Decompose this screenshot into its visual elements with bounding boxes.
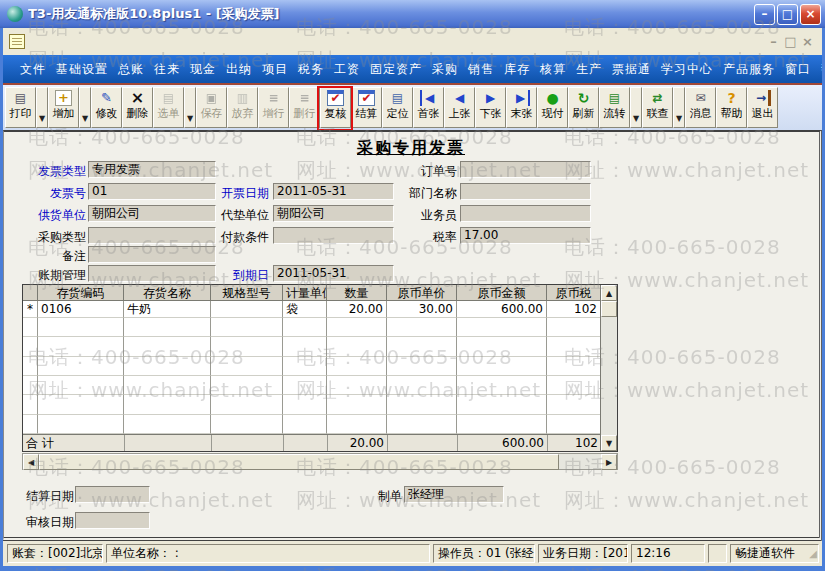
menu-item-5[interactable]: 现金 [185, 61, 221, 78]
table-row-cell[interactable]: 袋 [283, 301, 327, 318]
table-header-row-cell[interactable]: 原币金额 [457, 285, 547, 301]
purchase-type-field[interactable] [88, 227, 216, 244]
menu-item-16[interactable]: 票据通 [607, 61, 656, 78]
scroll-left-icon[interactable]: ◀ [23, 454, 39, 470]
menu-item-7[interactable]: 项目 [257, 61, 293, 78]
menu-item-8[interactable]: 税务 [293, 61, 329, 78]
table-header-row-cell[interactable] [23, 285, 38, 301]
table-row-cell[interactable]: 30.00 [387, 301, 457, 318]
scroll-right-icon[interactable]: ▶ [601, 454, 617, 470]
toolbar-button-14[interactable]: 上张 [444, 87, 475, 128]
toolbar-button-13[interactable]: 首张 [413, 87, 444, 128]
menu-item-19[interactable]: 窗口 [780, 61, 816, 78]
menu-item-12[interactable]: 销售 [463, 61, 499, 78]
table-row-cell[interactable]: 20.00 [327, 301, 387, 318]
toolbar-button-19[interactable]: 流转 [599, 87, 630, 128]
menu-item-9[interactable]: 工资 [329, 61, 365, 78]
toolbar-button-22[interactable]: 帮助 [716, 87, 747, 128]
toolbar-button-11[interactable]: 结算 [351, 87, 382, 128]
menu-item-20[interactable]: 帮助 [816, 61, 822, 78]
menu-item-1[interactable]: 文件 [15, 61, 51, 78]
dropdown-arrow-icon[interactable]: ▼ [630, 87, 642, 128]
table-row-cell[interactable]: 牛奶 [124, 301, 211, 318]
mdi-close-button[interactable]: × [799, 34, 816, 49]
table-horizontal-scrollbar[interactable]: ◀ ▶ [22, 453, 618, 470]
dropdown-arrow-icon[interactable]: ▼ [673, 87, 685, 128]
toolbar-button-2[interactable]: 增加 [48, 87, 79, 128]
menu-item-13[interactable]: 库存 [499, 61, 535, 78]
toolbar-button-15[interactable]: 下张 [475, 87, 506, 128]
table-total-cell: 20.00 [328, 435, 388, 451]
table-header-row-cell[interactable]: 规格型号 [211, 285, 283, 301]
due-date-field[interactable]: 2011-05-31 [273, 265, 394, 282]
settle-date-field[interactable] [75, 486, 150, 503]
dropdown-arrow-icon[interactable]: ▼ [36, 87, 48, 128]
salesman-field[interactable] [460, 205, 591, 222]
table-vertical-scrollbar[interactable]: ▲▼ [600, 285, 617, 451]
mdi-restore-button[interactable]: □ [782, 34, 799, 49]
minimize-button[interactable]: – [754, 4, 775, 25]
remark-field[interactable] [88, 246, 216, 263]
invoice-date-label: 开票日期 [204, 185, 269, 200]
scrollbar-thumb[interactable] [39, 454, 559, 470]
menu-item-14[interactable]: 核算 [535, 61, 571, 78]
table-header-row-cell[interactable]: 数量 [327, 285, 387, 301]
scroll-down-icon[interactable]: ▼ [601, 435, 617, 451]
menu-item-2[interactable]: 基础设置 [51, 61, 113, 78]
status-panel-3: 操作员：01 (张经 [433, 544, 535, 563]
audit-date-field[interactable] [75, 512, 150, 529]
menu-item-15[interactable]: 生产 [571, 61, 607, 78]
supplier-field[interactable]: 朝阳公司 [88, 205, 216, 222]
table-header-row-cell[interactable]: 原币税 [547, 285, 601, 301]
payment-terms-field[interactable] [273, 227, 394, 244]
table-row-cell[interactable] [211, 301, 283, 318]
close-button[interactable]: × [800, 4, 821, 25]
menu-item-11[interactable]: 采购 [427, 61, 463, 78]
agent-unit-field[interactable]: 朝阳公司 [273, 205, 394, 222]
toolbar-button-1[interactable]: 打印 [5, 87, 36, 128]
toolbar-button-label: 末张 [511, 107, 533, 120]
resize-grip[interactable]: ◢ [809, 545, 817, 562]
toolbar-button-17[interactable]: 现付 [537, 87, 568, 128]
invoice-date-field[interactable]: 2011-05-31 [273, 183, 394, 200]
toolbar-button-4[interactable]: 删除 [122, 87, 153, 128]
menu-item-18[interactable]: 产品服务 [718, 61, 780, 78]
menu-item-10[interactable]: 固定资产 [365, 61, 427, 78]
scrollbar-thumb[interactable] [601, 301, 617, 317]
maximize-button[interactable]: □ [777, 4, 798, 25]
toolbar-button-16[interactable]: 末张 [506, 87, 537, 128]
toolbar-button-12[interactable]: 定位 [382, 87, 413, 128]
tax-rate-field[interactable]: 17.00 [460, 227, 591, 244]
menu-item-6[interactable]: 出纳 [221, 61, 257, 78]
menu-item-17[interactable]: 学习中心 [656, 61, 718, 78]
table-row-cell[interactable]: 0106 [38, 301, 124, 318]
table-row-cell[interactable]: 102 [547, 301, 601, 318]
dropdown-arrow-icon[interactable]: ▼ [79, 87, 91, 128]
menu-item-4[interactable]: 往来 [149, 61, 185, 78]
document-icon[interactable] [9, 34, 25, 49]
credit-period-field[interactable] [88, 265, 216, 282]
table-header-row-cell[interactable]: 计量单位 [283, 285, 327, 301]
table-header-row-cell[interactable]: 存货编码 [38, 285, 124, 301]
creator-field[interactable]: 张经理 [404, 486, 504, 503]
table-row-cell[interactable]: * [23, 301, 38, 318]
message-icon [692, 90, 709, 106]
table-row-cell[interactable]: 600.00 [457, 301, 547, 318]
mdi-minimize-button[interactable]: – [765, 34, 782, 49]
settle-date-label: 结算日期 [24, 488, 74, 503]
credit-period-label: 账期管理 [6, 267, 86, 282]
toolbar-button-3[interactable]: 修改 [91, 87, 122, 128]
toolbar-button-18[interactable]: 刷新 [568, 87, 599, 128]
menu-item-3[interactable]: 总账 [113, 61, 149, 78]
toolbar-button-21[interactable]: 消息 [685, 87, 716, 128]
toolbar-button-10[interactable]: 复核 [320, 87, 351, 128]
invoice-type-field[interactable]: 专用发票 [88, 161, 216, 178]
toolbar-button-23[interactable]: 退出 [747, 87, 778, 128]
scroll-up-icon[interactable]: ▲ [601, 285, 617, 301]
table-header-row-cell[interactable]: 原币单价 [387, 285, 457, 301]
dept-name-field[interactable] [460, 183, 591, 200]
table-header-row-cell[interactable]: 存货名称 [124, 285, 211, 301]
invoice-no-field[interactable]: 01 [88, 183, 216, 200]
order-no-field[interactable] [460, 161, 591, 178]
toolbar-button-20[interactable]: 联查 [642, 87, 673, 128]
